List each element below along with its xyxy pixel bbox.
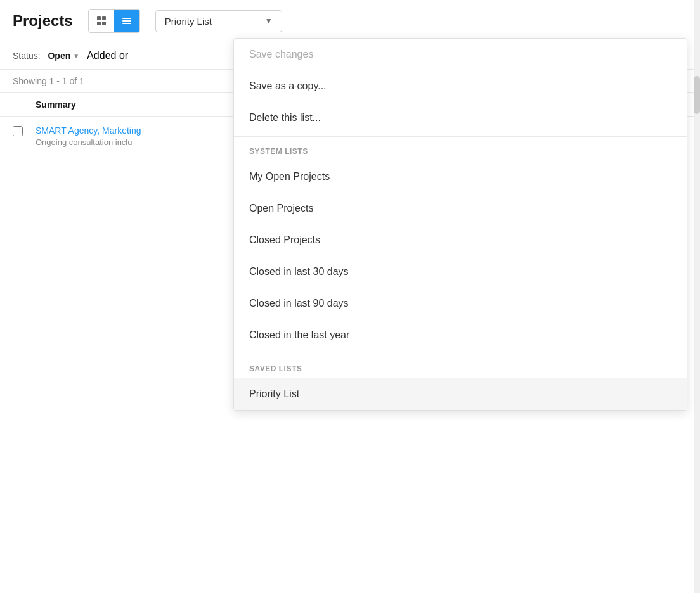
scrollbar-thumb[interactable] <box>694 76 700 114</box>
row-checkbox[interactable] <box>13 126 23 136</box>
row-checkbox-col <box>13 125 36 139</box>
project-link[interactable]: SMART Agency, Marketing <box>36 125 141 136</box>
scrollbar-track <box>694 0 700 593</box>
list-view-button[interactable] <box>114 10 139 32</box>
view-toggle <box>88 9 140 33</box>
list-icon <box>122 17 131 25</box>
page-title: Projects <box>13 12 73 30</box>
priority-list-item[interactable]: Priority List <box>234 378 687 410</box>
delete-list-item[interactable]: Delete this list... <box>234 102 687 134</box>
status-label: Status: <box>13 51 41 61</box>
showing-text: Showing 1 - 1 of 1 <box>13 76 84 86</box>
divider-1 <box>234 136 687 137</box>
divider-2 <box>234 354 687 354</box>
system-lists-label: SYSTEM LISTS <box>234 139 687 161</box>
closed-90-item[interactable]: Closed in last 90 days <box>234 288 687 319</box>
save-changes-item[interactable]: Save changes <box>234 39 687 70</box>
added-or-label: Added or <box>87 50 128 61</box>
status-filter[interactable]: Status: Open ▼ <box>13 51 79 61</box>
status-chevron-icon: ▼ <box>73 53 79 60</box>
saved-lists-label: SAVED LISTS <box>234 357 687 378</box>
my-open-projects-item[interactable]: My Open Projects <box>234 161 687 193</box>
chevron-down-icon: ▼ <box>265 16 273 25</box>
grid-icon <box>97 16 106 25</box>
page-header: Projects Priority List ▼ <box>0 0 700 42</box>
dropdown-menu: Save changes Save as a copy... Delete th… <box>233 38 687 411</box>
priority-list-wrapper: Priority List ▼ <box>155 10 282 32</box>
closed-30-item[interactable]: Closed in last 30 days <box>234 256 687 288</box>
status-value: Open <box>48 51 70 61</box>
closed-year-item[interactable]: Closed in the last year <box>234 319 687 351</box>
priority-list-label: Priority List <box>165 16 212 27</box>
open-projects-item[interactable]: Open Projects <box>234 193 687 224</box>
save-copy-item[interactable]: Save as a copy... <box>234 70 687 102</box>
closed-projects-item[interactable]: Closed Projects <box>234 224 687 256</box>
priority-list-dropdown-button[interactable]: Priority List ▼ <box>155 10 282 32</box>
grid-view-button[interactable] <box>89 10 114 32</box>
